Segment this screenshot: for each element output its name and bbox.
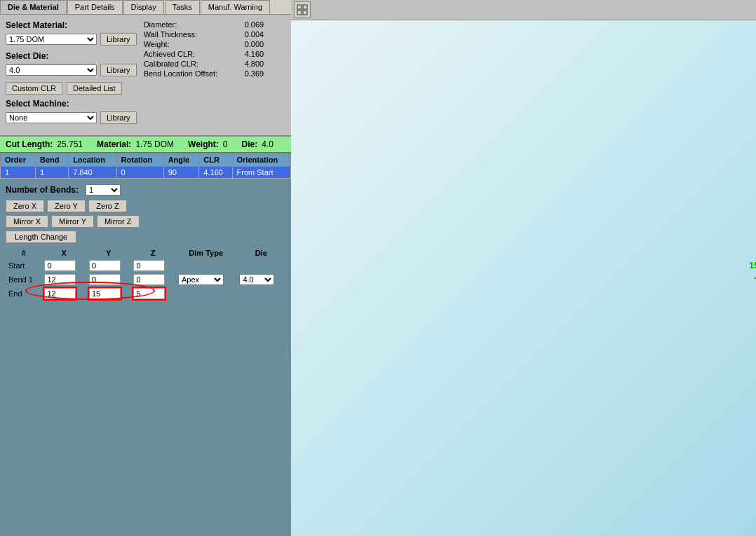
table-row[interactable]: 1 1 7.840 0 90 4.160 From Start xyxy=(1,167,291,179)
end-label: End xyxy=(6,287,41,301)
calibrated-clr-value: 4.800 xyxy=(245,60,287,68)
end-z-input[interactable] xyxy=(133,288,165,299)
col-order: Order xyxy=(1,153,36,167)
coord-header-row: # X Y Z Dim Type Die xyxy=(6,247,285,259)
bend1-x-input[interactable] xyxy=(44,274,76,285)
num-bends-label: Number of Bends: xyxy=(6,185,79,195)
col-bend: Bend xyxy=(36,153,69,167)
zero-x-btn[interactable]: Zero X xyxy=(6,200,44,212)
end-row: End xyxy=(6,287,285,301)
tab-die-material[interactable]: Die & Material xyxy=(0,0,67,14)
num-bends-select[interactable]: 1 xyxy=(86,184,121,195)
coord-col-die: Die xyxy=(236,247,285,259)
cell-angle: 90 xyxy=(163,167,199,179)
cut-length-key: Cut Length: xyxy=(6,139,53,149)
start-z-input[interactable] xyxy=(133,260,165,271)
coord-col-z: Z xyxy=(130,247,175,259)
diameter-label: Diameter: xyxy=(144,20,242,29)
viewport-icon-btn[interactable] xyxy=(294,1,311,18)
bend1-z-input[interactable] xyxy=(133,274,165,285)
detailed-list-btn[interactable]: Detailed List xyxy=(67,82,122,95)
tab-manuf-warning[interactable]: Manuf. Warning xyxy=(201,0,270,14)
info-die-value: 4.0 xyxy=(262,139,274,149)
bend-location-offset-label: Bend Location Offset: xyxy=(144,69,242,78)
machine-label: Select Machine: xyxy=(6,99,137,109)
col-clr: CLR xyxy=(199,153,232,167)
start-y-input[interactable] xyxy=(89,260,121,271)
3d-viewport[interactable]: 5 15 12 15.811 12.000 Z+ Z- Y+ X- X+ Y- xyxy=(291,20,756,536)
cell-rotation: 0 xyxy=(116,167,163,179)
coord-table: # X Y Z Dim Type Die Start xyxy=(6,247,285,301)
svg-rect-0 xyxy=(297,5,302,9)
col-location: Location xyxy=(69,153,116,167)
info-material-value: 1.75 DOM xyxy=(135,139,174,149)
mirror-buttons-group: Mirror X Mirror Y Mirror Z xyxy=(6,215,285,228)
properties-panel: Diameter: 0.069 Wall Thickness: 0.004 We… xyxy=(144,20,287,130)
zero-z-btn[interactable]: Zero Z xyxy=(88,200,127,212)
info-bar: Cut Length: 25.751 Material: 1.75 DOM We… xyxy=(0,137,291,153)
custom-clr-btn[interactable]: Custom CLR xyxy=(6,82,62,95)
cell-bend: 1 xyxy=(36,167,69,179)
bend1-y-input[interactable] xyxy=(89,274,121,285)
label-15: 15 xyxy=(749,260,756,270)
info-weight-key: Weight: xyxy=(188,139,219,149)
bend-location-offset-value: 0.369 xyxy=(245,69,287,78)
cell-clr: 4.160 xyxy=(199,167,232,179)
die-library-btn[interactable]: Library xyxy=(100,64,137,76)
mirror-x-btn[interactable]: Mirror X xyxy=(6,215,48,228)
coord-col-hash: # xyxy=(6,247,41,259)
material-library-btn[interactable]: Library xyxy=(100,33,137,46)
cell-location: 7.840 xyxy=(69,167,116,179)
coord-col-x: X xyxy=(41,247,86,259)
coord-col-dimtype: Dim Type xyxy=(175,247,237,259)
coord-col-y: Y xyxy=(86,247,131,259)
start-label: Start xyxy=(6,259,41,273)
col-rotation: Rotation xyxy=(116,153,163,167)
die-select[interactable]: 4.0 xyxy=(6,64,97,76)
svg-rect-1 xyxy=(303,5,307,9)
length-change-btn[interactable]: Length Change xyxy=(6,231,76,243)
cut-length-value: 25.751 xyxy=(57,139,83,149)
diameter-value: 0.069 xyxy=(245,20,287,29)
end-y-input[interactable] xyxy=(89,288,121,299)
die-label: Select Die: xyxy=(6,51,137,61)
svg-rect-2 xyxy=(297,11,302,15)
svg-rect-3 xyxy=(303,11,307,15)
achieved-clr-label: Achieved CLR: xyxy=(144,50,242,58)
cell-orientation: From Start xyxy=(232,167,290,179)
info-weight-value: 0 xyxy=(223,139,228,149)
bend1-dimtype-select[interactable]: Apex Tangent xyxy=(178,274,224,285)
col-orientation: Orientation xyxy=(232,153,290,167)
zero-buttons-group: Zero X Zero Y Zero Z xyxy=(6,200,285,212)
material-label: Select Material: xyxy=(6,20,137,30)
calibrated-clr-label: Calibrated CLR: xyxy=(144,60,242,68)
machine-select[interactable]: None xyxy=(6,112,97,123)
wall-thickness-label: Wall Thickness: xyxy=(144,30,242,39)
info-die-key: Die: xyxy=(242,139,258,149)
material-select[interactable]: 1.75 DOM xyxy=(6,34,97,45)
machine-library-btn[interactable]: Library xyxy=(100,111,137,124)
tab-display[interactable]: Display xyxy=(123,0,164,14)
tab-part-details[interactable]: Part Details xyxy=(67,0,123,14)
mirror-z-btn[interactable]: Mirror Z xyxy=(97,215,140,228)
cell-order: 1 xyxy=(1,167,36,179)
bend1-die-select[interactable]: 4.0 xyxy=(239,274,274,285)
bottom-section: Number of Bends: 1 Zero X Zero Y Zero Z … xyxy=(0,179,291,536)
achieved-clr-value: 4.160 xyxy=(245,50,287,58)
weight-prop-label: Weight: xyxy=(144,40,242,48)
wall-thickness-value: 0.004 xyxy=(245,30,287,39)
start-x-input[interactable] xyxy=(44,260,76,271)
col-angle: Angle xyxy=(163,153,199,167)
weight-prop-value: 0.000 xyxy=(245,40,287,48)
tab-bar: Die & Material Part Details Display Task… xyxy=(0,0,291,15)
end-x-input[interactable] xyxy=(44,288,76,299)
bend1-label: Bend 1 xyxy=(6,273,41,287)
3d-drawing xyxy=(291,20,756,536)
info-material-key: Material: xyxy=(97,139,131,149)
tab-tasks[interactable]: Tasks xyxy=(165,0,200,14)
mirror-y-btn[interactable]: Mirror Y xyxy=(51,215,94,228)
table-header-row: Order Bend Location Rotation Angle CLR O… xyxy=(1,153,291,167)
zero-y-btn[interactable]: Zero Y xyxy=(47,200,86,212)
bend1-row: Bend 1 Apex Tangent xyxy=(6,273,285,287)
bend-table: Order Bend Location Rotation Angle CLR O… xyxy=(0,153,291,179)
